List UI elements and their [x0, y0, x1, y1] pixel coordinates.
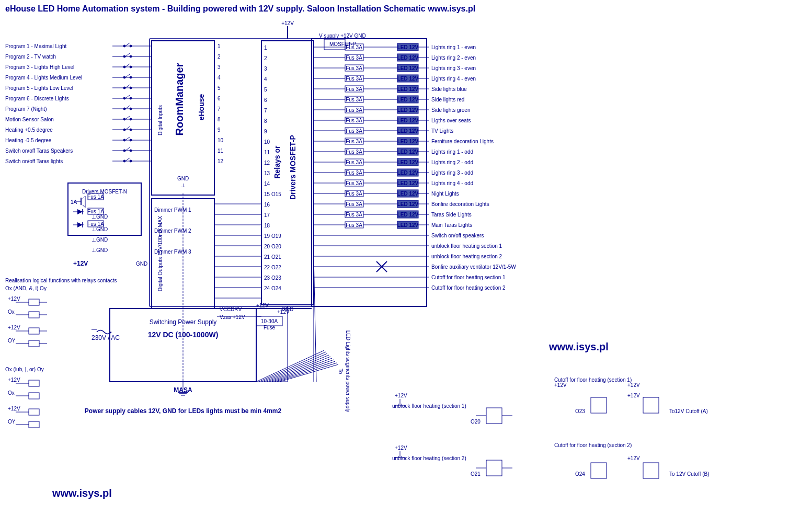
svg-point-67: [123, 129, 125, 131]
svg-text:Heating -0.5 degree: Heating -0.5 degree: [5, 138, 52, 143]
svg-text:unblock floor heating section : unblock floor heating section 2: [431, 254, 502, 259]
svg-text:Bonfire decoration Lights: Bonfire decoration Lights: [431, 201, 489, 207]
svg-text:O21: O21: [471, 471, 481, 477]
svg-line-88: [83, 205, 85, 208]
svg-text:Motion Sensor Salon: Motion Sensor Salon: [5, 117, 54, 122]
svg-text:+12V: +12V: [8, 296, 20, 302]
svg-text:Side lights green: Side lights green: [431, 107, 471, 113]
svg-rect-409: [643, 463, 659, 478]
svg-text:GND: GND: [136, 261, 147, 267]
svg-text:LED 12V: LED 12V: [397, 159, 419, 165]
svg-text:O23: O23: [575, 408, 585, 414]
svg-text:LED 12V: LED 12V: [397, 86, 419, 92]
svg-text:6: 6: [264, 97, 267, 103]
svg-text:Program 3 - Lights High Level: Program 3 - Lights High Level: [5, 64, 74, 70]
svg-text:LED 12V: LED 12V: [397, 191, 419, 197]
svg-text:⊥GND: ⊥GND: [92, 226, 108, 232]
svg-text:LED 12V: LED 12V: [397, 118, 419, 123]
svg-point-62: [130, 108, 132, 110]
svg-text:+12V: +12V: [8, 406, 20, 412]
svg-line-339: [269, 358, 332, 382]
svg-text:Switch on/off Taras lights: Switch on/off Taras lights: [5, 158, 63, 164]
svg-text:Lights ring 4 - even: Lights ring 4 - even: [431, 76, 476, 82]
svg-text:Switch on/off Taras Speakers: Switch on/off Taras Speakers: [5, 148, 73, 154]
svg-text:3: 3: [218, 64, 221, 70]
svg-text:24 O24: 24 O24: [264, 285, 281, 291]
svg-text:LED 12V: LED 12V: [397, 212, 419, 218]
svg-text:+12V: +12V: [627, 455, 640, 461]
svg-point-65: [130, 118, 132, 120]
svg-text:LED 12V: LED 12V: [397, 222, 419, 228]
svg-point-49: [123, 66, 125, 68]
svg-text:3: 3: [264, 66, 267, 72]
svg-text:unblock floor heating  section: unblock floor heating section 1: [431, 243, 502, 249]
svg-point-46: [123, 55, 125, 58]
svg-text:O24: O24: [575, 471, 585, 477]
svg-text:Fus 3A: Fus 3A: [346, 118, 362, 123]
svg-text:Ferniture decoration Lights: Ferniture decoration Lights: [431, 139, 494, 144]
svg-text:7: 7: [218, 106, 221, 112]
svg-text:+12V: +12V: [281, 20, 294, 26]
svg-text:2: 2: [218, 54, 221, 60]
svg-rect-362: [29, 328, 39, 334]
svg-text:LED 12V: LED 12V: [397, 55, 419, 61]
svg-text:RoomManager: RoomManager: [174, 63, 185, 135]
svg-line-75: [125, 158, 130, 161]
svg-text:Fus 3A: Fus 3A: [346, 55, 362, 61]
svg-text:Fus 3A: Fus 3A: [346, 65, 362, 71]
svg-text:Cutoff for floor heating (sect: Cutoff for floor heating (section 2): [554, 442, 632, 448]
svg-text:Program 4 - Lights Medium Leve: Program 4 - Lights Medium Level: [5, 75, 82, 81]
svg-text:19 O19: 19 O19: [264, 233, 281, 239]
svg-text:+12V: +12V: [8, 377, 20, 383]
svg-text:Program 2 - TV watch: Program 2 - TV watch: [5, 54, 56, 60]
svg-text:+12V: +12V: [8, 325, 20, 330]
svg-text:Digital Inputs: Digital Inputs: [157, 105, 163, 135]
svg-text:Dimmer PWM 2: Dimmer PWM 2: [154, 228, 191, 234]
svg-text:23 O23: 23 O23: [264, 275, 281, 281]
svg-line-340: [272, 360, 334, 382]
svg-rect-403: [643, 397, 659, 413]
svg-text:LED 12V: LED 12V: [397, 107, 419, 113]
svg-rect-354: [29, 299, 39, 305]
svg-text:Fus 3A: Fus 3A: [346, 222, 362, 228]
svg-text:Ox (AND, &, i) Oy: Ox (AND, &, i) Oy: [5, 285, 47, 291]
svg-text:17: 17: [264, 212, 270, 218]
svg-text:+12V: +12V: [395, 445, 407, 451]
svg-point-52: [123, 76, 125, 78]
svg-rect-398: [591, 397, 607, 413]
svg-text:⊥GND: ⊥GND: [92, 237, 108, 243]
svg-text:GND: GND: [177, 176, 189, 181]
svg-text:Fus 1A: Fus 1A: [87, 194, 104, 200]
svg-line-338: [267, 357, 330, 382]
svg-text:Ox: Ox: [8, 390, 15, 396]
svg-point-43: [123, 45, 125, 47]
svg-text:Bonfire auxiliary ventilator 1: Bonfire auxiliary ventilator 12V/1-5W: [431, 264, 516, 270]
svg-text:9: 9: [218, 127, 221, 133]
svg-text:unblock floor heating (section: unblock floor heating (section 1): [392, 403, 466, 409]
svg-line-51: [125, 74, 130, 77]
svg-text:2: 2: [264, 55, 267, 61]
svg-text:15 O15: 15 O15: [264, 191, 281, 197]
svg-line-72: [125, 147, 130, 151]
svg-rect-364: [29, 340, 39, 347]
svg-text:8: 8: [264, 118, 267, 124]
svg-text:Lights ring 3 - even: Lights ring 3 - even: [431, 65, 476, 71]
svg-text:12: 12: [264, 160, 270, 166]
svg-text:Ox: Ox: [8, 309, 15, 315]
svg-text:5: 5: [264, 87, 267, 93]
svg-text:10: 10: [264, 139, 270, 145]
svg-text:10-30A: 10-30A: [261, 318, 278, 324]
svg-point-50: [130, 66, 132, 68]
svg-rect-382: [486, 408, 502, 424]
svg-text:Fus 3A: Fus 3A: [346, 180, 362, 186]
svg-text:7: 7: [264, 108, 267, 113]
svg-line-54: [125, 85, 130, 88]
svg-text:22 O22: 22 O22: [264, 265, 281, 270]
svg-text:LED 12V: LED 12V: [397, 97, 419, 102]
svg-point-61: [123, 108, 125, 110]
svg-text:Fus 3A: Fus 3A: [346, 201, 362, 207]
svg-text:Lights ring 1 - odd: Lights ring 1 - odd: [431, 149, 473, 155]
svg-text:LED 12V: LED 12V: [397, 65, 419, 71]
svg-point-73: [123, 150, 125, 152]
svg-text:Fus 3A: Fus 3A: [346, 159, 362, 165]
